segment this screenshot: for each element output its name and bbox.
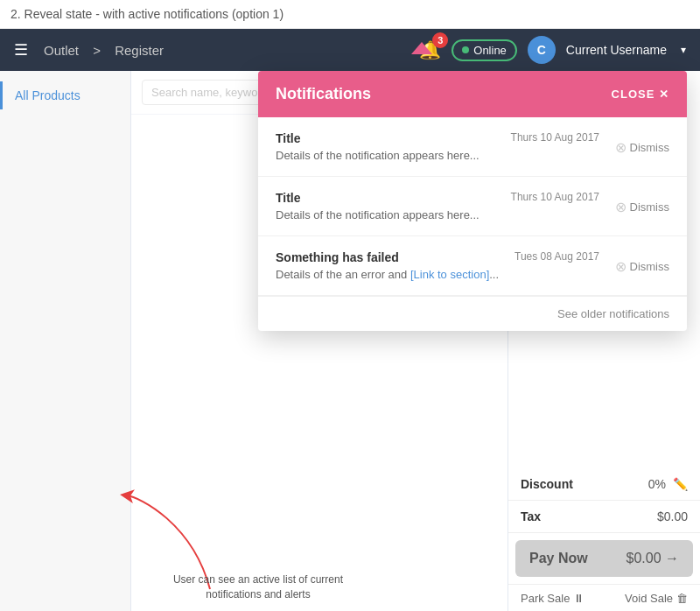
- notif-date-1: Thurs 10 Aug 2017: [511, 131, 599, 144]
- bottom-actions: Park Sale ⏸ Void Sale 🗑: [508, 584, 700, 611]
- void-sale-label: Void Sale: [625, 592, 673, 605]
- content-area: Add customer to sale 👤 Notifications CLO…: [131, 71, 508, 611]
- notif-link-suffix-3: ...: [489, 268, 499, 281]
- dismiss-label-1: Dismiss: [630, 140, 670, 153]
- notif-details-text-3: Details of the an error and: [276, 268, 410, 281]
- notification-pointer: [411, 42, 432, 54]
- dismiss-label-2: Dismiss: [630, 200, 670, 213]
- notification-item-3: Something has failed Tues 08 Aug 2017 De…: [258, 236, 687, 296]
- park-sale-button[interactable]: Park Sale ⏸: [521, 592, 584, 605]
- notifications-header: Notifications CLOSE ✕: [258, 71, 687, 117]
- park-sale-icon: ⏸: [573, 592, 584, 605]
- notif-header-row-2: Title Thurs 10 Aug 2017: [276, 191, 599, 205]
- breadcrumb: Outlet > Register: [38, 43, 169, 58]
- discount-value-area: 0% ✏️: [648, 477, 688, 491]
- notif-title-1: Title: [276, 131, 301, 145]
- notif-title-3: Something has failed: [276, 250, 399, 264]
- notifications-panel: Notifications CLOSE ✕ Title Thurs 10 Aug…: [258, 71, 687, 331]
- sidebar-item-all-products[interactable]: All Products: [0, 81, 130, 109]
- pay-now-button[interactable]: Pay Now $0.00 →: [515, 540, 693, 577]
- username: Current Username: [566, 43, 667, 57]
- discount-label: Discount: [521, 477, 573, 491]
- notif-details-3: Details of the an error and [Link to sec…: [276, 268, 669, 281]
- discount-row: Discount 0% ✏️: [508, 468, 700, 501]
- void-sale-button[interactable]: Void Sale 🗑: [625, 592, 688, 605]
- online-dot: [462, 46, 469, 53]
- pay-label: Pay Now: [529, 551, 588, 566]
- tax-value: $0.00: [657, 509, 688, 523]
- online-status: Online: [452, 39, 517, 61]
- dismiss-button-2[interactable]: ⊗ Dismiss: [615, 198, 670, 214]
- pay-amount: $0.00 →: [626, 551, 679, 566]
- dismiss-circle-icon-1: ⊗: [615, 138, 626, 155]
- notifications-title: Notifications: [276, 85, 371, 103]
- notif-header-row-3: Something has failed Tues 08 Aug 2017: [276, 250, 599, 264]
- tax-row: Tax $0.00: [508, 501, 700, 533]
- chevron-down-icon[interactable]: ▾: [681, 44, 686, 56]
- top-nav: ☰ Outlet > Register 🔔 3 Online C Current…: [0, 29, 700, 71]
- notif-details-2: Details of the notification appears here…: [276, 208, 669, 221]
- discount-value: 0%: [648, 477, 666, 491]
- hamburger-icon[interactable]: ☰: [14, 40, 28, 60]
- notif-date-2: Thurs 10 Aug 2017: [511, 191, 599, 203]
- dismiss-label-3: Dismiss: [630, 259, 670, 272]
- park-sale-label: Park Sale: [521, 592, 570, 605]
- see-older-button[interactable]: See older notifications: [258, 296, 687, 331]
- dismiss-circle-icon-2: ⊗: [615, 198, 626, 214]
- close-label: CLOSE: [612, 88, 655, 101]
- notification-badge: 3: [432, 32, 448, 48]
- nav-right: 🔔 3 Online C Current Username ▾: [419, 36, 686, 64]
- notification-item-1: Title Thurs 10 Aug 2017 Details of the n…: [258, 117, 687, 177]
- breadcrumb-page: Register: [115, 43, 164, 58]
- close-notifications-button[interactable]: CLOSE ✕: [612, 88, 669, 101]
- close-icon: ✕: [659, 88, 669, 101]
- notif-title-2: Title: [276, 191, 301, 205]
- edit-discount-icon[interactable]: ✏️: [673, 477, 688, 491]
- notification-item-2: Title Thurs 10 Aug 2017 Details of the n…: [258, 177, 687, 236]
- dismiss-circle-icon-3: ⊗: [615, 257, 626, 274]
- user-avatar: C: [528, 36, 556, 64]
- sidebar: All Products: [0, 71, 131, 611]
- breadcrumb-outlet: Outlet: [44, 43, 79, 58]
- main-layout: All Products Add customer to sale 👤 Noti…: [0, 71, 700, 611]
- notif-details-1: Details of the notification appears here…: [276, 149, 669, 162]
- dismiss-button-3[interactable]: ⊗ Dismiss: [615, 257, 670, 274]
- void-sale-icon: 🗑: [676, 592, 688, 605]
- dismiss-button-1[interactable]: ⊗ Dismiss: [615, 138, 670, 155]
- page-title: 2. Reveal state - with active notificati…: [0, 0, 700, 29]
- notif-header-row-1: Title Thurs 10 Aug 2017: [276, 131, 599, 145]
- online-label: Online: [473, 44, 507, 57]
- breadcrumb-separator: >: [93, 43, 101, 58]
- tax-label: Tax: [521, 509, 541, 523]
- notif-link-3[interactable]: [Link to section]: [410, 268, 489, 281]
- notif-date-3: Tues 08 Aug 2017: [514, 250, 599, 263]
